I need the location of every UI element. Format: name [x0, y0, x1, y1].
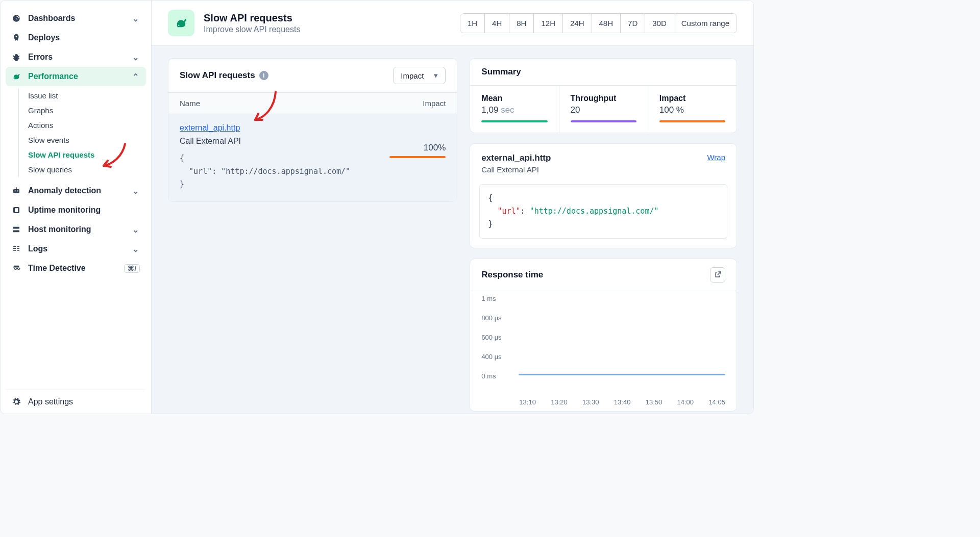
- y-tick: 0 ms: [481, 372, 496, 379]
- gauge-icon: [12, 14, 21, 23]
- sidebar-item-time-detective[interactable]: Time Detective ⌘/: [6, 259, 146, 278]
- x-tick: 14:00: [677, 398, 694, 406]
- slow-request-impact-value: 100%: [389, 143, 446, 153]
- chart-series-line: [519, 374, 725, 375]
- timerange-custom[interactable]: Custom range: [674, 14, 737, 33]
- rabbit-icon: [174, 16, 188, 30]
- subnav-slow-api-requests[interactable]: Slow API requests: [19, 147, 146, 162]
- column-left: Slow API requests i Impact ▾ Name Impact: [168, 58, 457, 401]
- rabbit-icon: [12, 72, 21, 81]
- sidebar-item-uptime[interactable]: Uptime monitoring: [6, 200, 146, 220]
- sort-select-label: Impact: [401, 71, 424, 80]
- app-root: Dashboards ⌄ Deploys Errors ⌄ Performanc…: [0, 0, 754, 414]
- sidebar-item-label: Time Detective: [28, 264, 86, 273]
- main: Slow API requests Improve slow API reque…: [152, 1, 753, 414]
- robot-icon: [12, 186, 21, 195]
- sidebar-item-label: Errors: [28, 53, 53, 62]
- chevron-up-icon: ⌃: [132, 72, 139, 82]
- slow-request-impact: 100%: [389, 143, 446, 158]
- timerange-1h[interactable]: 1H: [460, 14, 485, 33]
- detail-title: external_api.http: [481, 153, 551, 163]
- summary-impact-bar: [659, 120, 725, 122]
- summary-impact-label: Impact: [659, 94, 725, 103]
- export-icon: [714, 271, 722, 279]
- rocket-icon: [12, 33, 21, 42]
- summary-throughput-bar: [571, 120, 636, 122]
- response-time-card: Response time 1 ms 800 µs 600 µs 400 µs …: [470, 259, 737, 412]
- summary-throughput-label: Throughput: [571, 94, 636, 103]
- slow-request-name-link[interactable]: external_api.http: [180, 123, 240, 132]
- sidebar-item-performance[interactable]: Performance ⌃: [6, 67, 146, 86]
- column-header-name: Name: [180, 99, 423, 108]
- x-tick: 13:10: [519, 398, 536, 406]
- subnav-slow-events[interactable]: Slow events: [19, 133, 146, 147]
- detail-json: { "url": "http://docs.appsignal.com/" }: [479, 184, 727, 239]
- summary-title: Summary: [481, 67, 521, 77]
- x-tick: 14:05: [708, 398, 725, 406]
- y-tick: 1 ms: [481, 294, 496, 302]
- sidebar-item-logs[interactable]: Logs ⌄: [6, 239, 146, 259]
- detective-icon: [12, 264, 21, 273]
- sidebar-item-label: Performance: [28, 72, 78, 81]
- wrap-toggle-link[interactable]: Wrap: [707, 153, 725, 162]
- slow-card-title: Slow API requests: [180, 70, 255, 81]
- sidebar-item-deploys[interactable]: Deploys: [6, 28, 146, 47]
- x-tick: 13:40: [614, 398, 631, 406]
- summary-mean-label: Mean: [481, 94, 547, 103]
- performance-subnav: Issue list Graphs Actions Slow events Sl…: [18, 88, 146, 177]
- page-icon: [168, 10, 194, 36]
- sidebar-item-label: Deploys: [28, 33, 60, 42]
- info-icon[interactable]: i: [259, 71, 268, 80]
- summary-mean-unit: sec: [501, 105, 514, 115]
- impact-bar: [389, 156, 446, 158]
- timerange-8h[interactable]: 8H: [509, 14, 534, 33]
- column-header-impact: Impact: [423, 99, 446, 108]
- sidebar-item-errors[interactable]: Errors ⌄: [6, 47, 146, 67]
- summary-impact-value: 100 %: [659, 105, 684, 115]
- detail-card: external_api.http Call External API Wrap…: [470, 143, 737, 248]
- slow-table-head: Name Impact: [168, 93, 457, 114]
- subnav-actions[interactable]: Actions: [19, 118, 146, 133]
- chevron-down-icon: ⌄: [132, 53, 139, 62]
- server-icon: [12, 225, 21, 234]
- sidebar-item-dashboards[interactable]: Dashboards ⌄: [6, 9, 146, 28]
- sidebar-item-anomaly[interactable]: Anomaly detection ⌄: [6, 181, 146, 200]
- timerange-7d[interactable]: 7D: [621, 14, 645, 33]
- y-tick: 600 µs: [481, 333, 501, 341]
- detail-subtitle: Call External API: [481, 165, 551, 174]
- export-button[interactable]: [710, 267, 725, 283]
- chevron-down-icon: ⌄: [132, 244, 139, 254]
- summary-mean-value: 1,09: [481, 105, 498, 115]
- subnav-issue-list[interactable]: Issue list: [19, 88, 146, 103]
- sidebar-footer-app-settings[interactable]: App settings: [6, 390, 146, 414]
- summary-mean: Mean 1,09 sec: [470, 86, 559, 133]
- timerange-30d[interactable]: 30D: [645, 14, 674, 33]
- x-tick: 13:20: [551, 398, 568, 406]
- chevron-down-icon: ⌄: [132, 186, 139, 196]
- subnav-slow-queries[interactable]: Slow queries: [19, 162, 146, 177]
- response-time-chart: 1 ms 800 µs 600 µs 400 µs 0 ms: [470, 291, 737, 398]
- timerange-24h[interactable]: 24H: [563, 14, 592, 33]
- slow-card-header: Slow API requests i Impact ▾: [168, 59, 457, 93]
- x-axis: 13:10 13:20 13:30 13:40 13:50 14:00 14:0…: [470, 398, 737, 411]
- timerange-48h[interactable]: 48H: [592, 14, 621, 33]
- bug-icon: [12, 53, 21, 62]
- chevron-down-icon: ⌄: [132, 14, 139, 23]
- slow-requests-card: Slow API requests i Impact ▾ Name Impact: [168, 58, 457, 202]
- chevron-down-icon: ▾: [434, 71, 438, 80]
- timerange-4h[interactable]: 4H: [485, 14, 509, 33]
- gear-icon: [12, 397, 21, 406]
- sidebar-item-label: Anomaly detection: [28, 186, 101, 195]
- sidebar-footer-label: App settings: [28, 397, 73, 406]
- sort-select[interactable]: Impact ▾: [393, 67, 446, 84]
- summary-mean-bar: [481, 120, 547, 122]
- json-value-url: "http://docs.appsignal.com/": [530, 207, 659, 216]
- slow-request-row[interactable]: external_api.http Call External API { "u…: [168, 114, 457, 201]
- sidebar-item-label: Dashboards: [28, 14, 75, 23]
- logs-icon: [12, 244, 21, 253]
- page-subtitle: Improve slow API requests: [204, 25, 300, 34]
- sidebar-item-host[interactable]: Host monitoring ⌄: [6, 220, 146, 239]
- subnav-graphs[interactable]: Graphs: [19, 103, 146, 118]
- summary-card: Summary Mean 1,09 sec Throughput 20: [470, 58, 737, 133]
- timerange-12h[interactable]: 12H: [534, 14, 563, 33]
